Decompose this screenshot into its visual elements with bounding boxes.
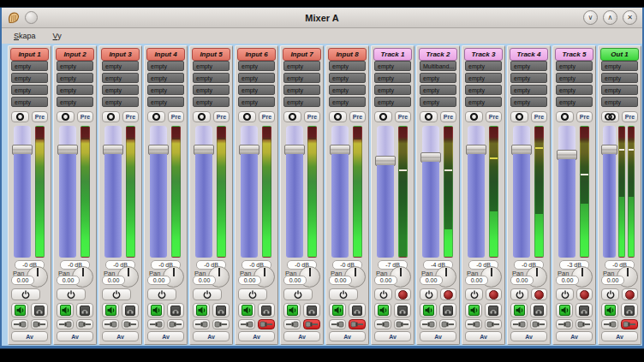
- pan-value[interactable]: 0.00: [556, 276, 579, 285]
- window-menu-button[interactable]: [25, 11, 38, 24]
- automation-off-button[interactable]: Av: [465, 331, 502, 341]
- effect-slot[interactable]: empty: [601, 73, 638, 83]
- effect-slot[interactable]: empty: [193, 61, 230, 71]
- mute-button[interactable]: [374, 303, 391, 317]
- pre-fader-button[interactable]: Pre: [622, 111, 638, 122]
- strip-name-button[interactable]: Track 3: [464, 48, 503, 61]
- effect-slot[interactable]: empty: [11, 61, 48, 71]
- effect-slot[interactable]: empty: [11, 97, 48, 107]
- volume-fader[interactable]: [14, 126, 31, 258]
- automation-off-button[interactable]: Av: [193, 331, 230, 341]
- pre-fader-button[interactable]: Pre: [531, 111, 547, 122]
- mute-button[interactable]: [147, 303, 164, 317]
- input-routing-button[interactable]: [283, 319, 301, 329]
- effect-slot[interactable]: empty: [420, 85, 456, 95]
- volume-fader[interactable]: [377, 126, 394, 258]
- output-routing-button[interactable]: [394, 319, 411, 329]
- volume-fader[interactable]: [422, 126, 439, 258]
- mute-button[interactable]: [420, 303, 437, 317]
- effect-slot[interactable]: empty: [11, 73, 48, 83]
- effect-slot[interactable]: Multiband...: [420, 61, 456, 71]
- volume-fader[interactable]: [603, 126, 616, 258]
- strip-name-button[interactable]: Input 6: [237, 48, 276, 61]
- automation-off-button[interactable]: Av: [556, 331, 593, 341]
- power-button[interactable]: [283, 288, 313, 300]
- effect-slot[interactable]: empty: [57, 97, 93, 107]
- solo-button[interactable]: [394, 303, 411, 317]
- output-routing-button[interactable]: [212, 319, 230, 329]
- effect-slot[interactable]: empty: [283, 97, 320, 107]
- pre-fader-button[interactable]: Pre: [440, 111, 456, 122]
- pre-fader-button[interactable]: Pre: [259, 111, 275, 122]
- mono-stereo-toggle-button[interactable]: [57, 111, 75, 122]
- mono-stereo-toggle-button[interactable]: [11, 111, 29, 122]
- fader-handle[interactable]: [557, 150, 577, 160]
- mono-stereo-toggle-button[interactable]: [238, 111, 256, 122]
- power-button[interactable]: [102, 288, 131, 300]
- input-routing-button[interactable]: [147, 319, 164, 329]
- automation-off-button[interactable]: Av: [420, 331, 456, 341]
- input-routing-button[interactable]: [420, 319, 437, 329]
- strip-name-button[interactable]: Track 5: [555, 48, 593, 61]
- pre-fader-button[interactable]: Pre: [304, 111, 320, 122]
- mono-stereo-toggle-button[interactable]: [556, 111, 574, 122]
- strip-name-button[interactable]: Input 1: [10, 48, 49, 61]
- effect-slot[interactable]: empty: [465, 61, 502, 71]
- mute-button[interactable]: [556, 303, 573, 317]
- pre-fader-button[interactable]: Pre: [122, 111, 139, 122]
- solo-button[interactable]: [212, 303, 230, 317]
- mono-stereo-toggle-button[interactable]: [374, 111, 392, 122]
- power-button[interactable]: [510, 288, 528, 300]
- pre-fader-button[interactable]: Pre: [213, 111, 230, 122]
- input-routing-button[interactable]: [465, 319, 482, 329]
- effect-slot[interactable]: empty: [510, 73, 547, 83]
- strip-name-button[interactable]: Input 8: [328, 48, 367, 61]
- automation-off-button[interactable]: Av: [374, 331, 411, 341]
- automation-off-button[interactable]: Av: [11, 331, 48, 341]
- volume-fader[interactable]: [59, 126, 76, 258]
- fader-handle[interactable]: [284, 145, 305, 155]
- mono-stereo-toggle-button[interactable]: [102, 111, 120, 122]
- mono-stereo-toggle-button[interactable]: [193, 111, 211, 122]
- mono-stereo-toggle-button[interactable]: [283, 111, 301, 122]
- effect-slot[interactable]: empty: [283, 61, 320, 71]
- pan-value[interactable]: 0.00: [11, 276, 34, 285]
- fader-handle[interactable]: [239, 145, 259, 155]
- pan-value[interactable]: 0.00: [283, 276, 307, 285]
- output-routing-button[interactable]: [258, 319, 275, 329]
- strip-name-button[interactable]: Track 2: [419, 48, 457, 61]
- close-button[interactable]: ✕: [623, 10, 637, 25]
- fader-handle[interactable]: [12, 145, 33, 155]
- input-routing-button[interactable]: [238, 319, 255, 329]
- fader-handle[interactable]: [511, 145, 532, 155]
- effect-slot[interactable]: empty: [420, 97, 456, 107]
- output-routing-button[interactable]: [349, 319, 366, 329]
- effect-slot[interactable]: empty: [510, 85, 547, 95]
- solo-button[interactable]: [122, 303, 139, 317]
- pre-fader-button[interactable]: Pre: [168, 111, 184, 122]
- effect-slot[interactable]: empty: [329, 73, 366, 83]
- power-button[interactable]: [193, 288, 222, 300]
- pan-value[interactable]: 0.00: [193, 276, 216, 285]
- pan-value[interactable]: 0.00: [147, 276, 170, 285]
- effect-slot[interactable]: empty: [601, 97, 638, 107]
- input-routing-button[interactable]: [510, 319, 528, 329]
- solo-button[interactable]: [439, 303, 456, 317]
- power-button[interactable]: [11, 288, 40, 300]
- input-routing-button[interactable]: [601, 319, 618, 329]
- effect-slot[interactable]: empty: [11, 85, 48, 95]
- mute-button[interactable]: [193, 303, 210, 317]
- effect-slot[interactable]: empty: [102, 85, 139, 95]
- effect-slot[interactable]: empty: [102, 73, 139, 83]
- effect-slot[interactable]: empty: [238, 73, 275, 83]
- strip-name-button[interactable]: Track 1: [373, 48, 412, 61]
- fader-handle[interactable]: [148, 145, 169, 155]
- mono-stereo-toggle-button[interactable]: [465, 111, 483, 122]
- effect-slot[interactable]: empty: [57, 61, 93, 71]
- effect-slot[interactable]: empty: [283, 73, 320, 83]
- mono-stereo-toggle-button[interactable]: [147, 111, 165, 122]
- effect-slot[interactable]: empty: [238, 61, 275, 71]
- effect-slot[interactable]: empty: [238, 97, 275, 107]
- pan-value[interactable]: 0.00: [329, 276, 352, 285]
- strip-name-button[interactable]: Input 5: [192, 48, 230, 61]
